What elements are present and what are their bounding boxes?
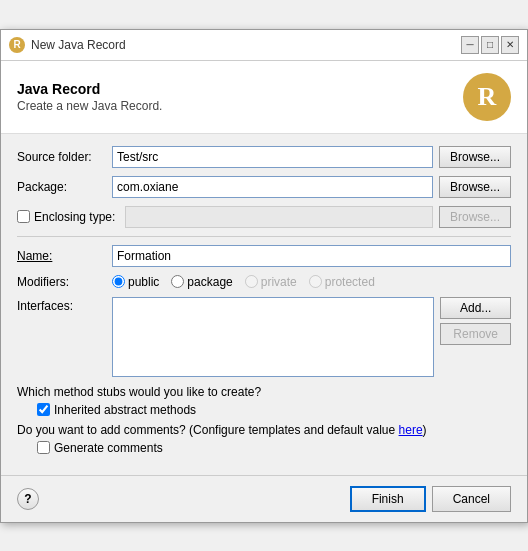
source-folder-row: Source folder: Browse... [17,146,511,168]
generate-comments-label[interactable]: Generate comments [54,441,163,455]
form-content: Source folder: Browse... Package: Browse… [1,134,527,475]
name-label: Name: [17,249,112,263]
enclosing-type-row: Enclosing type: Browse... [17,206,511,228]
footer-right: Finish Cancel [350,486,511,512]
name-input[interactable] [112,245,511,267]
cancel-button[interactable]: Cancel [432,486,511,512]
modifier-package[interactable]: package [171,275,232,289]
footer-left: ? [17,488,39,510]
inherited-methods-label[interactable]: Inherited abstract methods [54,403,196,417]
comments-question-text: Do you want to add comments? (Configure … [17,423,399,437]
comments-question-end: ) [423,423,427,437]
source-folder-input[interactable] [112,146,433,168]
interfaces-label: Interfaces: [17,297,112,313]
window-title: New Java Record [31,38,126,52]
divider-1 [17,236,511,237]
interfaces-row: Interfaces: Add... Remove [17,297,511,377]
window-icon: R [9,37,25,53]
package-browse-button[interactable]: Browse... [439,176,511,198]
enclosing-type-label[interactable]: Enclosing type: [34,210,125,224]
enclosing-type-checkbox[interactable] [17,210,30,223]
minimize-button[interactable]: ─ [461,36,479,54]
header-subtitle: Create a new Java Record. [17,99,162,113]
close-button[interactable]: ✕ [501,36,519,54]
title-bar: R New Java Record ─ □ ✕ [1,30,527,61]
modifier-protected-radio [309,275,322,288]
modifier-protected[interactable]: protected [309,275,375,289]
method-stubs-question: Which method stubs would you like to cre… [17,385,511,399]
interfaces-list[interactable] [112,297,434,377]
inherited-methods-checkbox[interactable] [37,403,50,416]
modifier-package-label: package [187,275,232,289]
inherited-methods-row: Inherited abstract methods [37,403,511,417]
name-row: Name: [17,245,511,267]
enclosing-browse-button: Browse... [439,206,511,228]
comments-section: Do you want to add comments? (Configure … [17,423,511,455]
modifier-private-radio [245,275,258,288]
finish-button[interactable]: Finish [350,486,426,512]
enclosing-type-input [125,206,433,228]
modifiers-radio-group: public package private protected [112,275,375,289]
source-folder-browse-button[interactable]: Browse... [439,146,511,168]
maximize-button[interactable]: □ [481,36,499,54]
header-text: Java Record Create a new Java Record. [17,81,162,113]
interfaces-buttons: Add... Remove [440,297,511,345]
package-input[interactable] [112,176,433,198]
modifier-protected-label: protected [325,275,375,289]
window-controls: ─ □ ✕ [461,36,519,54]
add-interface-button[interactable]: Add... [440,297,511,319]
source-folder-label: Source folder: [17,150,112,164]
modifier-package-radio[interactable] [171,275,184,288]
generate-comments-checkbox[interactable] [37,441,50,454]
generate-comments-row: Generate comments [37,441,511,455]
modifiers-row: Modifiers: public package private protec… [17,275,511,289]
footer: ? Finish Cancel [1,475,527,522]
modifier-private[interactable]: private [245,275,297,289]
title-bar-left: R New Java Record [9,37,126,53]
modifier-public-label: public [128,275,159,289]
modifier-public[interactable]: public [112,275,159,289]
modifier-public-radio[interactable] [112,275,125,288]
help-button[interactable]: ? [17,488,39,510]
modifiers-label: Modifiers: [17,275,112,289]
comments-question: Do you want to add comments? (Configure … [17,423,511,437]
package-row: Package: Browse... [17,176,511,198]
remove-interface-button: Remove [440,323,511,345]
header-icon: R [463,73,511,121]
header-title: Java Record [17,81,162,97]
modifier-private-label: private [261,275,297,289]
dialog-window: R New Java Record ─ □ ✕ Java Record Crea… [0,29,528,523]
comments-here-link[interactable]: here [399,423,423,437]
method-stubs-section: Which method stubs would you like to cre… [17,385,511,417]
package-label: Package: [17,180,112,194]
header-section: Java Record Create a new Java Record. R [1,61,527,134]
